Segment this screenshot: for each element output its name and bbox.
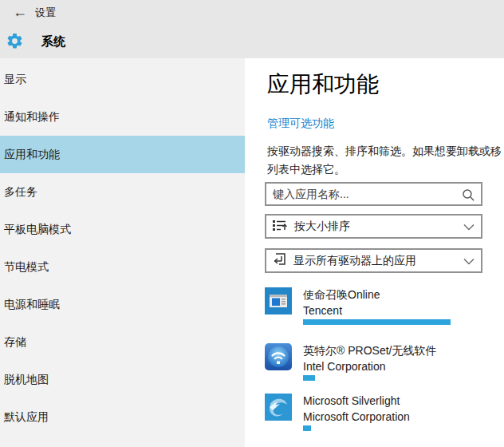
app-search-box [265, 182, 482, 206]
app-publisher: Microsoft Corporation [303, 410, 410, 423]
app-size-bar [303, 375, 315, 381]
app-row-cod-online[interactable]: 使命召唤Online Tencent [265, 287, 492, 337]
gear-icon [6, 32, 24, 50]
chevron-down-icon [463, 220, 474, 233]
sidebar-item-display[interactable]: 显示 [0, 61, 245, 98]
app-publisher: Tencent [303, 304, 342, 317]
drive-filter-dropdown[interactable]: 显示所有驱动器上的应用 [265, 248, 482, 273]
page-title: 系统 [41, 34, 65, 49]
app-row-intel-proset[interactable]: 英特尔® PROSet/无线软件 Intel Corporation [265, 343, 492, 393]
sort-icon [273, 220, 287, 234]
description-text: 按驱动器搜索、排序和筛选。如果想要卸载或移 列表中选择它。 [267, 142, 504, 179]
description-line-2: 列表中选择它。 [267, 160, 504, 179]
sidebar-item-tablet-mode[interactable]: 平板电脑模式 [0, 211, 245, 248]
sort-dropdown[interactable]: 按大小排序 [265, 214, 482, 239]
manage-optional-features-link[interactable]: 管理可选功能 [267, 117, 334, 131]
drive-icon [273, 252, 286, 269]
back-arrow-icon: ← [13, 4, 27, 20]
sidebar-item-apps-features[interactable]: 应用和功能 [0, 136, 245, 173]
sidebar-item-notifications[interactable]: 通知和操作 [0, 98, 245, 136]
sidebar-item-default-apps[interactable]: 默认应用 [0, 398, 245, 436]
app-row-silverlight[interactable]: Microsoft Silverlight Microsoft Corporat… [265, 394, 492, 443]
sidebar-item-battery-saver[interactable]: 节电模式 [0, 248, 245, 286]
description-line-1: 按驱动器搜索、排序和筛选。如果想要卸载或移 [267, 142, 504, 160]
sort-dropdown-value: 按大小排序 [294, 220, 350, 234]
sidebar-item-power-sleep[interactable]: 电源和睡眠 [0, 286, 245, 323]
settings-window: ← 设置 系统 显示 通知和操作 应用和功能 多任务 平板电脑模式 节电模式 电… [0, 0, 504, 447]
app-name: Microsoft Silverlight [303, 394, 400, 407]
app-size-bar [303, 425, 311, 431]
search-input[interactable] [266, 184, 481, 204]
drive-dropdown-value: 显示所有驱动器上的应用 [293, 254, 416, 268]
sidebar-item-multitasking[interactable]: 多任务 [0, 173, 245, 211]
chevron-down-icon [463, 255, 474, 267]
sidebar-item-storage[interactable]: 存储 [0, 323, 245, 361]
app-name: 使命召唤Online [303, 288, 380, 303]
sidebar-nav: 显示 通知和操作 应用和功能 多任务 平板电脑模式 节电模式 电源和睡眠 存储 … [0, 58, 245, 447]
content-title: 应用和功能 [267, 69, 379, 100]
cod-online-app-icon [265, 287, 292, 314]
content-pane: 应用和功能 管理可选功能 按驱动器搜索、排序和筛选。如果想要卸载或移 列表中选择… [245, 58, 504, 447]
app-title: 设置 [35, 6, 56, 20]
back-button[interactable]: ← [10, 2, 30, 22]
silverlight-app-icon [265, 394, 292, 421]
intel-proset-app-icon [265, 343, 292, 370]
app-publisher: Intel Corporation [303, 360, 386, 373]
header: ← 设置 系统 [0, 0, 504, 58]
search-icon [462, 188, 475, 204]
app-size-bar [303, 319, 451, 325]
sidebar-item-offline-maps[interactable]: 脱机地图 [0, 361, 245, 398]
app-name: 英特尔® PROSet/无线软件 [303, 344, 436, 358]
